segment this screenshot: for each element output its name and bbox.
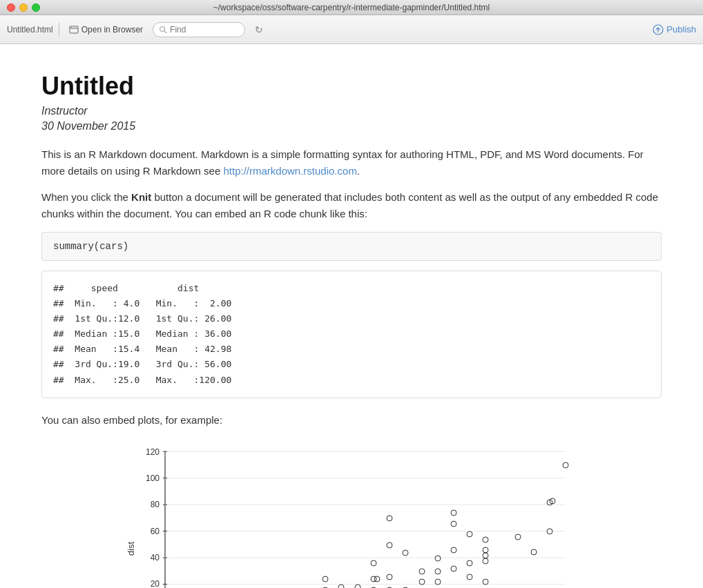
- svg-point-36: [435, 569, 441, 574]
- svg-point-17: [338, 585, 344, 588]
- svg-point-32: [403, 550, 408, 556]
- svg-line-4: [164, 30, 167, 33]
- filename-label: Untitled.html: [7, 25, 53, 35]
- scatter-plot-container: dist 20 40 60 80 100: [41, 438, 662, 588]
- refresh-button[interactable]: ↻: [251, 21, 267, 38]
- svg-point-15: [322, 576, 328, 582]
- svg-point-35: [435, 579, 441, 585]
- output-text: ## speed dist ## Min. : 4.0 Min. : 2.00 …: [53, 281, 650, 388]
- svg-point-34: [419, 569, 425, 574]
- svg-point-51: [531, 549, 537, 555]
- intro-paragraph: This is an R Markdown document. Markdown…: [41, 146, 662, 179]
- rmarkdown-link[interactable]: http://rmarkdown.rstudio.com: [223, 165, 356, 177]
- svg-point-27: [387, 574, 392, 580]
- svg-point-24: [374, 576, 380, 582]
- svg-point-2: [70, 26, 72, 28]
- svg-point-33: [419, 579, 425, 585]
- svg-point-49: [483, 537, 488, 542]
- svg-point-43: [467, 560, 472, 566]
- browser-icon: [69, 25, 79, 35]
- y-tick-20: 20: [151, 579, 160, 588]
- intro-end: .: [357, 165, 360, 177]
- svg-point-55: [563, 462, 568, 468]
- window-title: ~/workspace/oss/software-carpentry/r-int…: [213, 3, 490, 12]
- svg-point-40: [451, 521, 456, 527]
- svg-point-37: [435, 556, 441, 561]
- search-icon: [159, 26, 167, 34]
- svg-point-29: [387, 516, 392, 521]
- y-tick-100: 100: [146, 473, 160, 483]
- open-in-browser-label: Open in Browser: [81, 25, 143, 35]
- svg-point-39: [451, 547, 456, 553]
- y-tick-80: 80: [151, 500, 160, 509]
- svg-point-50: [515, 534, 521, 540]
- y-axis-label: dist: [126, 541, 136, 556]
- svg-point-42: [467, 574, 472, 580]
- close-button[interactable]: [7, 3, 15, 12]
- publish-icon: [653, 24, 664, 35]
- svg-point-44: [467, 531, 472, 537]
- output-block: ## speed dist ## Min. : 4.0 Min. : 2.00 …: [41, 271, 662, 398]
- traffic-lights: [7, 3, 40, 12]
- publish-button[interactable]: Publish: [653, 24, 696, 35]
- svg-point-48: [483, 547, 488, 553]
- svg-point-28: [387, 542, 392, 548]
- toolbar-divider: [59, 23, 59, 37]
- code-block: summary(cars): [41, 232, 662, 261]
- knit-before: When you click the: [41, 191, 131, 203]
- knit-paragraph: When you click the Knit button a documen…: [41, 189, 662, 222]
- y-tick-60: 60: [151, 527, 160, 536]
- open-in-browser-button[interactable]: Open in Browser: [65, 23, 147, 37]
- svg-point-46: [483, 558, 488, 564]
- titlebar: ~/workspace/oss/software-carpentry/r-int…: [0, 0, 703, 15]
- document-title: Untitled: [41, 72, 662, 101]
- maximize-button[interactable]: [32, 3, 40, 12]
- knit-bold: Knit: [131, 191, 151, 203]
- plot-paragraph: You can also embed plots, for example:: [41, 412, 662, 429]
- svg-point-45: [483, 579, 488, 585]
- publish-label: Publish: [666, 24, 696, 35]
- svg-point-38: [451, 566, 456, 571]
- search-box[interactable]: [153, 22, 245, 37]
- y-tick-40: 40: [151, 553, 160, 562]
- search-input[interactable]: [170, 25, 239, 35]
- y-tick-120: 120: [146, 447, 160, 457]
- scatter-points: [227, 462, 568, 588]
- svg-point-3: [160, 26, 165, 31]
- scatter-plot: dist 20 40 60 80 100: [124, 438, 579, 588]
- document-author: Instructor: [41, 105, 662, 117]
- code-content: summary(cars): [53, 241, 128, 252]
- toolbar: Untitled.html Open in Browser ↻ Publish: [0, 15, 703, 44]
- svg-point-41: [451, 510, 456, 516]
- content-area: Untitled Instructor 30 November 2015 Thi…: [0, 44, 703, 588]
- minimize-button[interactable]: [19, 3, 28, 12]
- svg-point-25: [371, 560, 376, 566]
- document-date: 30 November 2015: [41, 120, 662, 133]
- svg-point-21: [355, 585, 360, 588]
